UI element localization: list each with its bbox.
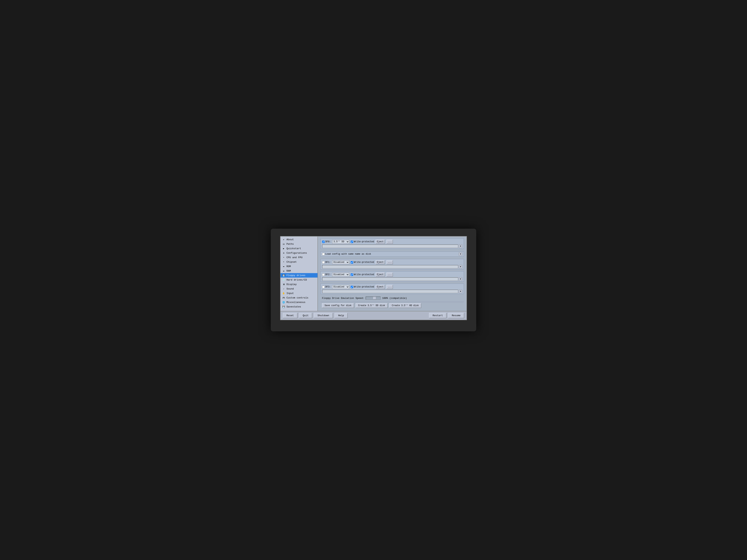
df2-path-dropdown[interactable]: ▼ xyxy=(459,277,462,281)
load-config-dropdown[interactable]: ▼ xyxy=(459,252,462,256)
sidebar-item-savestates[interactable]: 💾Savestates xyxy=(281,304,317,309)
df2-enable-label[interactable]: DF2: xyxy=(322,273,331,276)
df1-path-dropdown[interactable]: ▼ xyxy=(459,265,462,268)
df3-write-protected-label[interactable]: Write-protected xyxy=(351,286,374,288)
df3-write-protected-text: Write-protected xyxy=(354,286,374,288)
df1-write-protected-checkbox[interactable] xyxy=(351,261,353,264)
df1-enable-label[interactable]: DF1: xyxy=(322,261,331,264)
emulation-speed-slider[interactable] xyxy=(366,297,381,300)
df0-write-protected-label[interactable]: Write-protected xyxy=(351,240,374,243)
df2-write-protected-label[interactable]: Write-protected xyxy=(351,273,374,276)
sound-label: Sound xyxy=(286,288,294,290)
df3-section: DF3: Disabled 3.5'' DD 3.5'' HD 5.25'' D… xyxy=(320,284,464,294)
sidebar: ✔About🗂Paths▶Quickstart⚙Configurations▪C… xyxy=(281,237,318,311)
resume-button[interactable]: Resume xyxy=(448,313,464,318)
df2-eject-button[interactable]: Eject xyxy=(376,272,385,277)
emulation-speed-value: 100% (compatible) xyxy=(382,297,407,300)
rom-label: ROM xyxy=(286,265,291,268)
footer: Reset Quit Shutdown Help Restart Resume xyxy=(281,311,466,320)
miscellaneous-icon: 🌐 xyxy=(282,301,285,304)
sidebar-item-about[interactable]: ✔About xyxy=(281,237,317,242)
restart-button[interactable]: Restart xyxy=(429,313,447,318)
quit-button[interactable]: Quit xyxy=(299,313,312,318)
shutdown-button[interactable]: Shutdown xyxy=(314,313,333,318)
create-dd-button[interactable]: Create 3.5'' DD disk xyxy=(356,303,388,308)
sidebar-item-sound[interactable]: ♪Sound xyxy=(281,287,317,291)
df3-path-input[interactable] xyxy=(322,290,458,293)
sidebar-item-configurations[interactable]: ⚙Configurations xyxy=(281,251,317,255)
paths-label: Paths xyxy=(286,243,294,245)
df3-enable-label[interactable]: DF3: xyxy=(322,286,331,288)
df2-enable-checkbox[interactable] xyxy=(322,273,325,276)
df1-write-protected-label[interactable]: Write-protected xyxy=(351,261,374,264)
sidebar-item-miscellaneous[interactable]: 🌐Miscellaneous xyxy=(281,300,317,304)
floppy-icon: 💾 xyxy=(282,274,285,277)
ram-label: RAM xyxy=(286,270,291,272)
sidebar-item-rom[interactable]: ▬ROM xyxy=(281,264,317,269)
df2-write-protected-checkbox[interactable] xyxy=(351,273,353,276)
sidebar-item-paths[interactable]: 🗂Paths xyxy=(281,242,317,246)
footer-right: Restart Resume xyxy=(429,313,464,318)
custom-controls-label: Custom controls xyxy=(286,296,308,299)
custom-controls-icon: 🎮 xyxy=(282,296,285,299)
save-config-button[interactable]: Save config for disk xyxy=(322,303,354,308)
df2-path-input[interactable] xyxy=(322,277,458,281)
load-config-text: Load config with same name as disk xyxy=(325,253,371,256)
about-label: About xyxy=(286,238,294,241)
sidebar-item-hard-drives[interactable]: 💿Hard drives/CD xyxy=(281,277,317,282)
chipset-label: Chipset xyxy=(286,261,297,263)
reset-button[interactable]: Reset xyxy=(283,313,298,318)
df1-type-select[interactable]: Disabled 3.5'' DD 3.5'' HD 5.25'' DD xyxy=(332,260,349,264)
sidebar-item-cpu-fpu[interactable]: ▪CPU and FPU xyxy=(281,255,317,260)
df0-path-input[interactable] xyxy=(322,244,458,248)
quickstart-label: Quickstart xyxy=(286,247,301,250)
sidebar-item-display[interactable]: 🖥Display xyxy=(281,282,317,287)
df1-path-input[interactable] xyxy=(322,265,458,268)
df2-type-select[interactable]: Disabled 3.5'' DD 3.5'' HD 5.25'' DD xyxy=(332,273,349,276)
df0-enable-label[interactable]: DF0: xyxy=(322,240,331,243)
df0-type-select[interactable]: 3.5'' DD 3.5'' HD 5.25'' DD Disabled xyxy=(332,240,349,244)
footer-left: Reset Quit Shutdown Help xyxy=(283,313,348,318)
df3-path-dropdown[interactable]: ▼ xyxy=(459,290,462,293)
ram-icon: ▬ xyxy=(282,269,285,272)
df3-enable-checkbox[interactable] xyxy=(322,286,325,288)
df3-eject-button[interactable]: Eject xyxy=(376,285,385,289)
sidebar-item-chipset[interactable]: ▪Chipset xyxy=(281,260,317,264)
df1-browse-button[interactable]: ... xyxy=(386,260,393,264)
hard-drives-icon: 💿 xyxy=(282,278,285,281)
df1-eject-button[interactable]: Eject xyxy=(376,260,385,264)
input-icon: ✋ xyxy=(282,292,285,295)
help-button[interactable]: Help xyxy=(334,313,348,318)
create-hd-button[interactable]: Create 3.5'' HD disk xyxy=(389,303,421,308)
df3-type-select[interactable]: Disabled 3.5'' DD 3.5'' HD 5.25'' DD xyxy=(332,285,349,289)
sidebar-item-custom-controls[interactable]: 🎮Custom controls xyxy=(281,295,317,300)
df0-label: DF0: xyxy=(325,240,331,243)
sidebar-item-ram[interactable]: ▬RAM xyxy=(281,269,317,273)
sidebar-item-floppy[interactable]: 💾Floppy drives xyxy=(281,273,317,277)
display-label: Display xyxy=(286,283,297,286)
emulation-speed-label: Floppy Drive Emulation Speed: xyxy=(322,297,364,300)
sidebar-item-input[interactable]: ✋Input xyxy=(281,291,317,295)
sidebar-item-quickstart[interactable]: ▶Quickstart xyxy=(281,246,317,251)
df0-section: DF0: 3.5'' DD 3.5'' HD 5.25'' DD Disable… xyxy=(320,238,464,249)
df2-path-row: ▼ xyxy=(322,277,462,281)
df0-path-dropdown[interactable]: ▼ xyxy=(459,244,462,248)
df1-section: DF1: Disabled 3.5'' DD 3.5'' HD 5.25'' D… xyxy=(320,259,464,269)
cpu-fpu-label: CPU and FPU xyxy=(286,256,303,259)
df0-write-protected-checkbox[interactable] xyxy=(351,241,353,243)
df1-enable-checkbox[interactable] xyxy=(322,261,325,264)
df2-write-protected-text: Write-protected xyxy=(354,273,374,276)
df3-browse-button[interactable]: ... xyxy=(386,285,393,289)
df0-write-protected-text: Write-protected xyxy=(354,240,374,243)
load-config-checkbox[interactable] xyxy=(322,253,325,256)
df1-row: DF1: Disabled 3.5'' DD 3.5'' HD 5.25'' D… xyxy=(322,260,462,264)
df0-eject-button[interactable]: Eject xyxy=(376,240,385,244)
load-config-label[interactable]: Load config with same name as disk xyxy=(322,253,371,256)
df0-enable-checkbox[interactable] xyxy=(322,241,325,243)
df3-write-protected-checkbox[interactable] xyxy=(351,286,353,288)
paths-icon: 🗂 xyxy=(282,242,285,245)
df2-label: DF2: xyxy=(325,273,331,276)
df0-browse-button[interactable]: ... xyxy=(386,240,393,244)
df0-path-row: ▼ xyxy=(322,244,462,248)
df2-browse-button[interactable]: ... xyxy=(386,272,393,277)
